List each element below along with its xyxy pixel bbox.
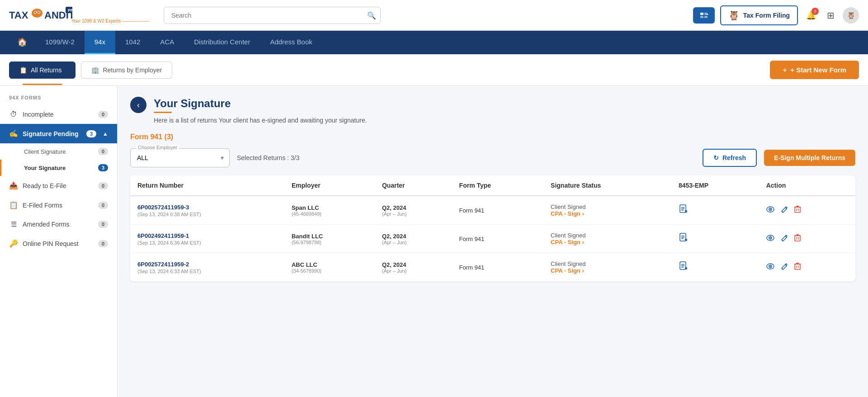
edit-icon-0[interactable] bbox=[781, 206, 788, 215]
logo-area: TAX ANDITS PRO Your 1099 & W2 Experts ——… bbox=[9, 6, 149, 25]
doc-icon-2[interactable]: ✓ bbox=[679, 264, 689, 273]
svg-text:TAX: TAX bbox=[9, 9, 28, 21]
refresh-button[interactable]: ↻ Refresh bbox=[703, 149, 757, 167]
cell-quarter-0: Q2, 2024 (Apr – Jun) bbox=[375, 196, 452, 225]
delete-icon-1[interactable] bbox=[794, 234, 801, 244]
doc-svg-0: ✓ bbox=[679, 204, 689, 214]
signature-pending-icon: ✍ bbox=[9, 129, 18, 138]
page-title-wrapper: Your Signature bbox=[154, 97, 231, 113]
return-date-0: (Sep 13, 2024 6:38 AM EST) bbox=[137, 212, 277, 217]
sidebar-item-amended[interactable]: ☰ Amended Forms 0 bbox=[0, 215, 117, 234]
view-icon-2[interactable] bbox=[766, 263, 774, 272]
selected-returns-text: Selected Returns : 3/3 bbox=[237, 154, 695, 161]
view-icon-1[interactable] bbox=[766, 234, 774, 243]
delete-icon-0[interactable] bbox=[794, 206, 801, 215]
svg-rect-17 bbox=[681, 207, 684, 208]
online-pin-icon: 🔑 bbox=[9, 239, 18, 248]
nav-1042[interactable]: 1042 bbox=[115, 31, 150, 54]
employer-select[interactable]: ALL bbox=[131, 149, 229, 167]
your-signature-label: Your Signature bbox=[24, 165, 66, 171]
switch-button[interactable] bbox=[693, 7, 715, 24]
table-row: 6P002492411959-1 (Sep 13, 2024 6:36 AM E… bbox=[130, 225, 855, 253]
employer-name-1: Bandit LLC bbox=[292, 233, 368, 240]
start-new-button[interactable]: + + Start New Form bbox=[770, 61, 859, 79]
delete-svg-0 bbox=[794, 206, 801, 213]
nav-distribution[interactable]: Distribution Center bbox=[184, 31, 260, 54]
table-body: 6P002572411959-3 (Sep 13, 2024 6:38 AM E… bbox=[130, 196, 855, 281]
svg-rect-26 bbox=[795, 207, 800, 213]
edit-icon-1[interactable] bbox=[781, 234, 788, 244]
sig-status-1: Client Signed bbox=[551, 232, 664, 239]
switch-icon bbox=[699, 11, 708, 20]
svg-text:✓: ✓ bbox=[685, 267, 687, 269]
tax-form-button[interactable]: 🦉 Tax Form Filing bbox=[720, 5, 798, 25]
employer-ein-0: (45-4669849) bbox=[292, 211, 368, 217]
sidebar-item-incomplete[interactable]: ⏱ Incomplete 0 bbox=[0, 105, 117, 124]
sidebar-item-ready-efile[interactable]: 📤 Ready to E-File 0 bbox=[0, 176, 117, 195]
cell-action-1 bbox=[759, 225, 855, 253]
client-signature-badge: 0 bbox=[98, 148, 108, 155]
cell-sig-status-2: Client Signed CPA - Sign › bbox=[543, 253, 671, 282]
search-button[interactable]: 🔍 bbox=[367, 11, 376, 19]
returns-employer-icon: 🏢 bbox=[91, 66, 99, 74]
cell-8453emp-1: ✓ bbox=[671, 225, 759, 253]
doc-icon-1[interactable]: ✓ bbox=[679, 236, 689, 245]
page-header-row: ‹ Your Signature bbox=[130, 97, 855, 113]
return-number-0: 6P002572411959-3 bbox=[137, 204, 277, 211]
sidebar-amended-label: Amended Forms bbox=[23, 221, 94, 228]
form-type-1: Form 941 bbox=[459, 236, 485, 242]
sidebar-subitem-your-signature[interactable]: Your Signature 3 bbox=[0, 160, 117, 176]
sidebar-online-pin-label: Online PIN Request bbox=[23, 240, 94, 247]
sig-status-0: Client Signed bbox=[551, 203, 664, 210]
client-signature-label: Client Signature bbox=[24, 148, 66, 155]
esign-multiple-button[interactable]: E-Sign Multiple Returns bbox=[764, 150, 855, 166]
sidebar-efiled-badge: 0 bbox=[98, 202, 108, 209]
nav-home[interactable]: 🏠 bbox=[9, 31, 35, 54]
nav-addressbook[interactable]: Address Book bbox=[260, 31, 322, 54]
avatar[interactable]: 🦉 bbox=[843, 7, 859, 24]
nav-94x[interactable]: 94x bbox=[85, 31, 115, 54]
form-type-2: Form 941 bbox=[459, 264, 485, 271]
expand-icon: ▲ bbox=[103, 131, 108, 137]
cpa-sign-link-0[interactable]: CPA - Sign › bbox=[551, 210, 664, 217]
nav-aca[interactable]: ACA bbox=[150, 31, 184, 54]
quarter-sub-2: (Apr – Jun) bbox=[382, 268, 445, 274]
view-icon-0[interactable] bbox=[766, 206, 774, 215]
sidebar-efiled-label: E-Filed Forms bbox=[23, 202, 94, 209]
nav-1099w2[interactable]: 1099/W-2 bbox=[35, 31, 85, 54]
delete-icon-2[interactable] bbox=[794, 263, 801, 272]
cpa-sign-link-2[interactable]: CPA - Sign › bbox=[551, 267, 664, 274]
amended-icon: ☰ bbox=[9, 220, 18, 228]
tab-all-returns[interactable]: 📋 All Returns bbox=[9, 61, 75, 79]
sidebar-item-efiled[interactable]: 📋 E-Filed Forms 0 bbox=[0, 195, 117, 215]
cell-employer-1: Bandit LLC (56-9798798) bbox=[284, 225, 375, 253]
form-section-title: Form 941 (3) bbox=[130, 133, 855, 141]
cpa-sign-link-1[interactable]: CPA - Sign › bbox=[551, 239, 664, 246]
esign-label: E-Sign Multiple Returns bbox=[774, 154, 845, 161]
main-content: 94x FORMS ⏱ Incomplete 0 ✍ Signature Pen… bbox=[0, 86, 868, 397]
col-quarter: Quarter bbox=[375, 175, 452, 196]
notification-button[interactable]: 🔔 0 bbox=[803, 8, 819, 23]
page-description: Here is a list of returns Your client ha… bbox=[154, 117, 855, 124]
refresh-label: Refresh bbox=[722, 154, 746, 161]
cell-employer-0: Span LLC (45-4669849) bbox=[284, 196, 375, 225]
your-signature-badge: 3 bbox=[98, 164, 108, 171]
back-button[interactable]: ‹ bbox=[130, 97, 146, 113]
doc-icon-0[interactable]: ✓ bbox=[679, 207, 689, 216]
sidebar-subitem-client-signature[interactable]: Client Signature 0 bbox=[0, 143, 117, 160]
sidebar: 94x FORMS ⏱ Incomplete 0 ✍ Signature Pen… bbox=[0, 86, 118, 397]
cell-return-number-1: 6P002492411959-1 (Sep 13, 2024 6:36 AM E… bbox=[130, 225, 284, 253]
search-bar: 🔍 bbox=[164, 7, 381, 24]
top-nav: TAX ANDITS PRO Your 1099 & W2 Experts ——… bbox=[0, 0, 868, 31]
search-input[interactable] bbox=[164, 7, 381, 24]
sidebar-item-signature-pending[interactable]: ✍ Signature Pending 3 ▲ bbox=[0, 124, 117, 143]
employer-select-wrapper: Choose Employer ALL ▾ bbox=[130, 148, 230, 167]
table-header: Return Number Employer Quarter Form Type… bbox=[130, 175, 855, 196]
svg-rect-41 bbox=[795, 236, 800, 241]
grid-button[interactable]: ⊞ bbox=[824, 7, 837, 24]
tab-returns-by-employer[interactable]: 🏢 Returns by Employer bbox=[81, 61, 172, 79]
sidebar-item-online-pin[interactable]: 🔑 Online PIN Request 0 bbox=[0, 234, 117, 253]
cell-8453emp-2: ✓ bbox=[671, 253, 759, 282]
edit-icon-2[interactable] bbox=[781, 263, 788, 272]
cell-form-type-2: Form 941 bbox=[452, 253, 543, 282]
